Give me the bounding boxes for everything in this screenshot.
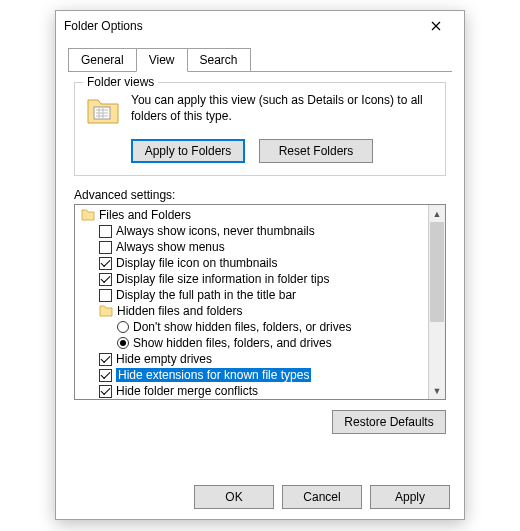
tree-item-label: Show hidden files, folders, and drives — [133, 336, 332, 350]
folder-views-label: Folder views — [83, 75, 158, 89]
tree-item-label: Don't show hidden files, folders, or dri… — [133, 320, 351, 334]
checkbox-icon[interactable] — [99, 225, 112, 238]
radio-icon[interactable] — [117, 321, 129, 333]
tab-strip: General View Search — [56, 41, 464, 71]
checkbox-icon[interactable] — [99, 273, 112, 286]
tree-item[interactable]: Hide extensions for known file types — [79, 367, 428, 383]
restore-defaults-button[interactable]: Restore Defaults — [332, 410, 446, 434]
window-title: Folder Options — [64, 19, 416, 33]
tree-group-label: Hidden files and folders — [117, 304, 242, 318]
tree-scrollbar[interactable]: ▲ ▼ — [428, 205, 445, 399]
folder-views-description: You can apply this view (such as Details… — [131, 93, 435, 124]
tree-item-label: Always show menus — [116, 240, 225, 254]
cancel-button[interactable]: Cancel — [282, 485, 362, 509]
tree-group-files-folders[interactable]: Files and Folders — [79, 207, 428, 223]
folder-options-window: Folder Options General View Search Folde… — [55, 10, 465, 520]
scroll-thumb[interactable] — [430, 222, 444, 322]
tree-item[interactable]: Don't show hidden files, folders, or dri… — [79, 319, 428, 335]
scroll-up-icon[interactable]: ▲ — [429, 205, 445, 222]
tree-item-label: Hide folder merge conflicts — [116, 384, 258, 398]
dialog-footer: OK Cancel Apply — [194, 485, 450, 509]
tree-item[interactable]: Display file icon on thumbnails — [79, 255, 428, 271]
checkbox-icon[interactable] — [99, 369, 112, 382]
folder-options-icon — [85, 93, 121, 129]
close-button[interactable] — [416, 12, 456, 40]
checkbox-icon[interactable] — [99, 257, 112, 270]
advanced-settings-tree[interactable]: Files and Folders Always show icons, nev… — [74, 204, 446, 400]
checkbox-icon[interactable] — [99, 353, 112, 366]
tree-group-hidden-files[interactable]: Hidden files and folders — [79, 303, 428, 319]
tree-group-label: Files and Folders — [99, 208, 191, 222]
tree-item[interactable]: Hide empty drives — [79, 351, 428, 367]
tree-item-label: Hide extensions for known file types — [116, 368, 311, 382]
ok-button[interactable]: OK — [194, 485, 274, 509]
tree-item-label: Always show icons, never thumbnails — [116, 224, 315, 238]
apply-button[interactable]: Apply — [370, 485, 450, 509]
scroll-down-icon[interactable]: ▼ — [429, 382, 445, 399]
tab-search[interactable]: Search — [187, 48, 251, 72]
tree-item[interactable]: Show hidden files, folders, and drives — [79, 335, 428, 351]
tree-item-label: Display file size information in folder … — [116, 272, 329, 286]
tab-panel-view: Folder views You can apply this view (su… — [68, 71, 452, 434]
tab-general[interactable]: General — [68, 48, 137, 72]
checkbox-icon[interactable] — [99, 385, 112, 398]
tree-item[interactable]: Always show icons, never thumbnails — [79, 223, 428, 239]
tree-content: Files and Folders Always show icons, nev… — [75, 205, 428, 399]
tree-item-label: Hide empty drives — [116, 352, 212, 366]
apply-to-folders-button[interactable]: Apply to Folders — [131, 139, 245, 163]
tree-item[interactable]: Display file size information in folder … — [79, 271, 428, 287]
checkbox-icon[interactable] — [99, 289, 112, 302]
folder-icon — [81, 208, 95, 222]
titlebar: Folder Options — [56, 11, 464, 41]
reset-folders-button[interactable]: Reset Folders — [259, 139, 373, 163]
tree-item[interactable]: Hide folder merge conflicts — [79, 383, 428, 399]
checkbox-icon[interactable] — [99, 241, 112, 254]
tree-item[interactable]: Always show menus — [79, 239, 428, 255]
tree-item-label: Display file icon on thumbnails — [116, 256, 277, 270]
tree-item[interactable]: Display the full path in the title bar — [79, 287, 428, 303]
close-icon — [431, 21, 441, 31]
folder-icon — [99, 304, 113, 318]
tab-view[interactable]: View — [136, 48, 188, 72]
folder-views-group: Folder views You can apply this view (su… — [74, 82, 446, 176]
tree-item-label: Display the full path in the title bar — [116, 288, 296, 302]
advanced-settings-label: Advanced settings: — [74, 188, 446, 202]
radio-icon[interactable] — [117, 337, 129, 349]
